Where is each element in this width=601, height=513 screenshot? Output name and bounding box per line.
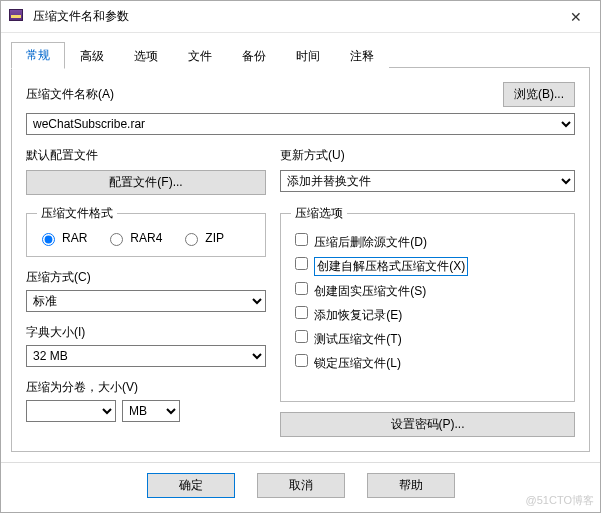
tabs: 常规 高级 选项 文件 备份 时间 注释 [1, 33, 600, 68]
tab-general[interactable]: 常规 [11, 42, 65, 69]
app-icon [9, 9, 25, 25]
format-rar[interactable]: RAR [37, 230, 87, 246]
compression-options-legend: 压缩选项 [291, 205, 347, 222]
dictionary-size-select[interactable]: 32 MB [26, 345, 266, 367]
format-zip[interactable]: ZIP [180, 230, 224, 246]
dialog-buttons: 确定 取消 帮助 [1, 462, 600, 512]
archive-format-group: 压缩文件格式 RAR RAR4 ZIP [26, 205, 266, 257]
split-volume-label: 压缩为分卷，大小(V) [26, 379, 266, 396]
compression-method-select[interactable]: 标准 [26, 290, 266, 312]
help-button[interactable]: 帮助 [367, 473, 455, 498]
opt-lock-archive[interactable]: 锁定压缩文件(L) [291, 351, 564, 372]
tab-options[interactable]: 选项 [119, 43, 173, 69]
split-volume-size[interactable] [26, 400, 116, 422]
update-mode-label: 更新方式(U) [280, 147, 575, 164]
update-mode-select[interactable]: 添加并替换文件 [280, 170, 575, 192]
ok-button[interactable]: 确定 [147, 473, 235, 498]
compression-method-label: 压缩方式(C) [26, 269, 266, 286]
tab-time[interactable]: 时间 [281, 43, 335, 69]
archive-format-legend: 压缩文件格式 [37, 205, 117, 222]
browse-button[interactable]: 浏览(B)... [503, 82, 575, 107]
tab-panel-general: 压缩文件名称(A) 浏览(B)... weChatSubscribe.rar 默… [11, 68, 590, 452]
tab-backup[interactable]: 备份 [227, 43, 281, 69]
titlebar: 压缩文件名和参数 ✕ [1, 1, 600, 33]
archive-name-label: 压缩文件名称(A) [26, 86, 114, 103]
tab-comment[interactable]: 注释 [335, 43, 389, 69]
dictionary-size-label: 字典大小(I) [26, 324, 266, 341]
set-password-button[interactable]: 设置密码(P)... [280, 412, 575, 437]
profile-label: 默认配置文件 [26, 147, 266, 164]
opt-delete-source[interactable]: 压缩后删除源文件(D) [291, 230, 564, 251]
opt-recovery-record[interactable]: 添加恢复记录(E) [291, 303, 564, 324]
archive-name-input[interactable]: weChatSubscribe.rar [26, 113, 575, 135]
window-title: 压缩文件名和参数 [33, 8, 556, 25]
profile-button[interactable]: 配置文件(F)... [26, 170, 266, 195]
opt-create-sfx[interactable]: 创建自解压格式压缩文件(X) [291, 254, 564, 276]
tab-advanced[interactable]: 高级 [65, 43, 119, 69]
opt-solid-archive[interactable]: 创建固实压缩文件(S) [291, 279, 564, 300]
dialog-window: 压缩文件名和参数 ✕ 常规 高级 选项 文件 备份 时间 注释 压缩文件名称(A… [0, 0, 601, 513]
split-volume-unit[interactable]: MB [122, 400, 180, 422]
compression-options-group: 压缩选项 压缩后删除源文件(D) 创建自解压格式压缩文件(X) 创建固实压缩文件… [280, 205, 575, 402]
close-button[interactable]: ✕ [556, 3, 596, 31]
format-rar4[interactable]: RAR4 [105, 230, 162, 246]
opt-test-archive[interactable]: 测试压缩文件(T) [291, 327, 564, 348]
cancel-button[interactable]: 取消 [257, 473, 345, 498]
tab-files[interactable]: 文件 [173, 43, 227, 69]
